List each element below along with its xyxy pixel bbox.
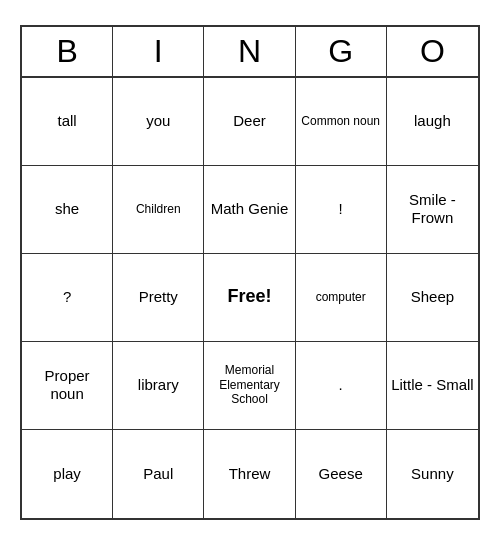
cell-10: ?	[22, 254, 113, 342]
bingo-header: BINGO	[22, 27, 478, 78]
cell-2: Deer	[204, 78, 295, 166]
cell-9: Smile - Frown	[387, 166, 478, 254]
cell-12: Free!	[204, 254, 295, 342]
cell-18: .	[296, 342, 387, 430]
header-letter-o: O	[387, 27, 478, 76]
cell-23: Geese	[296, 430, 387, 518]
cell-16: library	[113, 342, 204, 430]
cell-6: Children	[113, 166, 204, 254]
header-letter-b: B	[22, 27, 113, 76]
cell-8: !	[296, 166, 387, 254]
cell-22: Threw	[204, 430, 295, 518]
cell-13: computer	[296, 254, 387, 342]
header-letter-g: G	[296, 27, 387, 76]
bingo-grid: tallyouDeerCommon nounlaughsheChildrenMa…	[22, 78, 478, 518]
cell-19: Little - Small	[387, 342, 478, 430]
cell-24: Sunny	[387, 430, 478, 518]
cell-7: Math Genie	[204, 166, 295, 254]
cell-4: laugh	[387, 78, 478, 166]
header-letter-i: I	[113, 27, 204, 76]
cell-1: you	[113, 78, 204, 166]
cell-3: Common noun	[296, 78, 387, 166]
cell-15: Proper noun	[22, 342, 113, 430]
cell-21: Paul	[113, 430, 204, 518]
cell-5: she	[22, 166, 113, 254]
bingo-card: BINGO tallyouDeerCommon nounlaughsheChil…	[20, 25, 480, 520]
cell-0: tall	[22, 78, 113, 166]
cell-17: Memorial Elementary School	[204, 342, 295, 430]
cell-20: play	[22, 430, 113, 518]
header-letter-n: N	[204, 27, 295, 76]
cell-14: Sheep	[387, 254, 478, 342]
cell-11: Pretty	[113, 254, 204, 342]
